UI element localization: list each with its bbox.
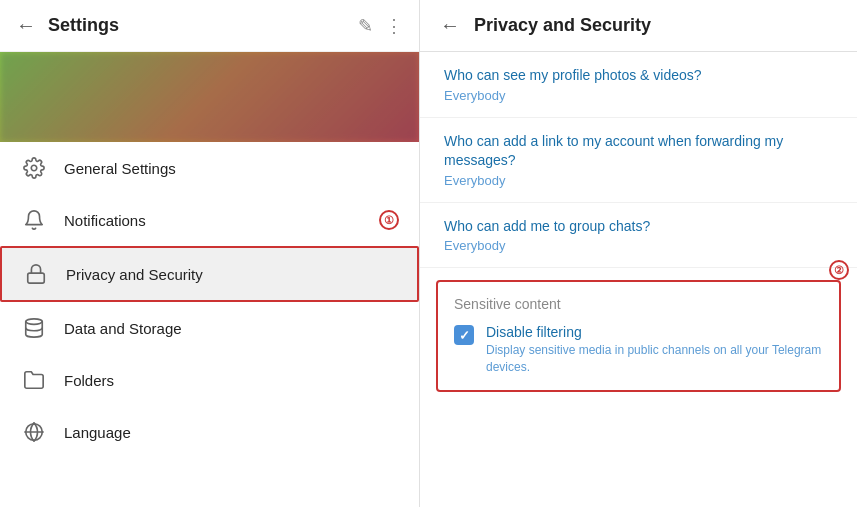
group-chats-value: Everybody: [444, 238, 833, 253]
more-button[interactable]: ⋮: [385, 15, 403, 37]
disable-filtering-label: Disable filtering: [486, 324, 823, 340]
edit-button[interactable]: ✎: [358, 15, 373, 37]
left-header: ← Settings ✎ ⋮: [0, 0, 419, 52]
profile-photos-value: Everybody: [444, 88, 833, 103]
database-icon: [20, 314, 48, 342]
disable-filtering-desc: Display sensitive media in public channe…: [486, 342, 823, 376]
lock-icon: [22, 260, 50, 288]
sensitive-badge: ②: [829, 260, 849, 280]
data-storage-label: Data and Storage: [64, 320, 182, 337]
notifications-badge: ①: [379, 210, 399, 230]
sidebar-item-privacy[interactable]: Privacy and Security: [0, 246, 419, 302]
svg-point-0: [31, 165, 37, 171]
translate-icon: [20, 418, 48, 446]
sidebar-item-folders[interactable]: Folders: [0, 354, 419, 406]
right-header: ← Privacy and Security: [420, 0, 857, 52]
svg-point-2: [26, 319, 43, 325]
forwarding-value: Everybody: [444, 173, 833, 188]
left-panel: ← Settings ✎ ⋮ General Settings: [0, 0, 420, 507]
sidebar-item-general[interactable]: General Settings: [0, 142, 419, 194]
disable-filtering-text: Disable filtering Display sensitive medi…: [486, 324, 823, 376]
profile-photos-question: Who can see my profile photos & videos?: [444, 66, 833, 86]
menu-list: General Settings Notifications ① Privacy…: [0, 142, 419, 507]
sidebar-item-notifications[interactable]: Notifications ①: [0, 194, 419, 246]
right-panel-title: Privacy and Security: [474, 15, 651, 36]
language-label: Language: [64, 424, 131, 441]
profile-photos-setting[interactable]: Who can see my profile photos & videos? …: [420, 52, 857, 118]
privacy-label: Privacy and Security: [66, 266, 203, 283]
disable-filtering-checkbox[interactable]: ✓: [454, 325, 474, 345]
forwarding-setting[interactable]: Who can add a link to my account when fo…: [420, 118, 857, 203]
right-content: Who can see my profile photos & videos? …: [420, 52, 857, 507]
notifications-label: Notifications: [64, 212, 146, 229]
sensitive-section-label: Sensitive content: [454, 296, 823, 312]
group-chats-question: Who can add me to group chats?: [444, 217, 833, 237]
back-button[interactable]: ←: [16, 14, 36, 37]
sidebar-item-language[interactable]: Language: [0, 406, 419, 458]
right-panel: ← Privacy and Security Who can see my pr…: [420, 0, 857, 507]
group-chats-setting[interactable]: Who can add me to group chats? Everybody: [420, 203, 857, 269]
sidebar-item-data[interactable]: Data and Storage: [0, 302, 419, 354]
settings-title: Settings: [48, 15, 346, 36]
disable-filtering-row[interactable]: ✓ Disable filtering Display sensitive me…: [454, 324, 823, 376]
checkmark-icon: ✓: [459, 328, 470, 343]
sensitive-content-section: ② Sensitive content ✓ Disable filtering …: [436, 280, 841, 392]
general-settings-label: General Settings: [64, 160, 176, 177]
folder-icon: [20, 366, 48, 394]
folders-label: Folders: [64, 372, 114, 389]
profile-banner: [0, 52, 419, 142]
forwarding-question: Who can add a link to my account when fo…: [444, 132, 833, 171]
bell-icon: [20, 206, 48, 234]
right-back-button[interactable]: ←: [440, 14, 460, 37]
svg-rect-1: [28, 273, 45, 283]
gear-icon: [20, 154, 48, 182]
